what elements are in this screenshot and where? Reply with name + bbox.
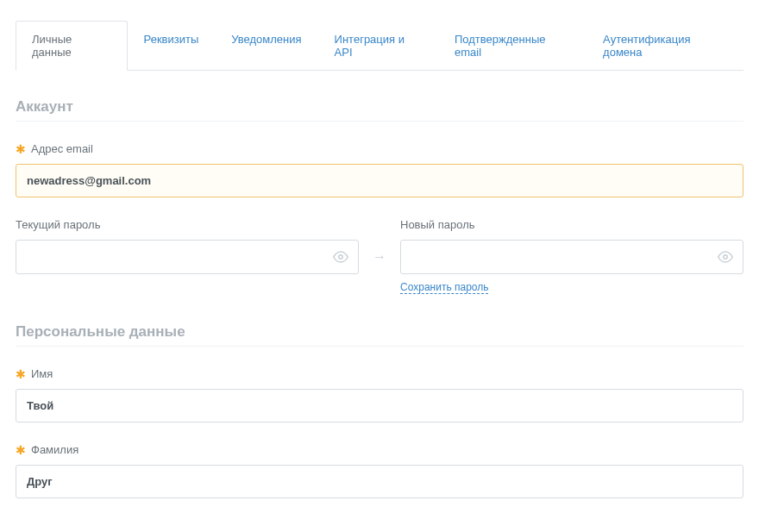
current-password-input[interactable] [16,240,359,274]
new-password-input[interactable] [400,240,743,274]
svg-point-0 [339,255,343,260]
personal-title: Персональные данные [16,323,743,347]
svg-point-1 [724,255,728,260]
firstname-input[interactable] [16,389,743,422]
tab-confirmed-emails[interactable]: Подтвержденные email [438,21,586,71]
firstname-label-text: Имя [31,367,53,380]
email-label: ✱ Адрес email [16,142,743,155]
arrow-right-icon: → [373,249,386,265]
firstname-label: ✱ Имя [16,367,743,380]
current-password-label: Текущий пароль [16,218,359,231]
eye-icon[interactable] [718,249,733,265]
tab-requisites[interactable]: Реквизиты [128,21,216,71]
account-section: Аккаунт ✱ Адрес email Текущий пароль [16,98,743,294]
tabs-nav: Личные данные Реквизиты Уведомления Инте… [16,21,743,71]
tab-personal-data[interactable]: Личные данные [16,21,128,71]
lastname-label-text: Фамилия [31,443,78,456]
lastname-field-container: ✱ Фамилия [16,443,743,498]
email-field-container: ✱ Адрес email [16,142,743,197]
firstname-field-container: ✱ Имя [16,367,743,422]
email-label-text: Адрес email [31,142,93,155]
password-row: Текущий пароль → Новый пароль [16,218,743,294]
eye-icon[interactable] [333,249,348,265]
lastname-input[interactable] [16,465,743,498]
personal-section: Персональные данные ✱ Имя ✱ Фамилия [16,323,743,498]
new-password-label: Новый пароль [400,218,743,231]
tab-notifications[interactable]: Уведомления [215,21,317,71]
required-star-icon: ✱ [16,143,26,155]
save-password-link[interactable]: Сохранить пароль [400,281,488,294]
required-star-icon: ✱ [16,368,26,380]
tab-domain-auth[interactable]: Аутентификация домена [586,21,743,71]
required-star-icon: ✱ [16,444,26,456]
tab-integration-api[interactable]: Интеграция и API [318,21,438,71]
account-title: Аккаунт [16,98,743,122]
lastname-label: ✱ Фамилия [16,443,743,456]
email-input[interactable] [16,164,743,197]
